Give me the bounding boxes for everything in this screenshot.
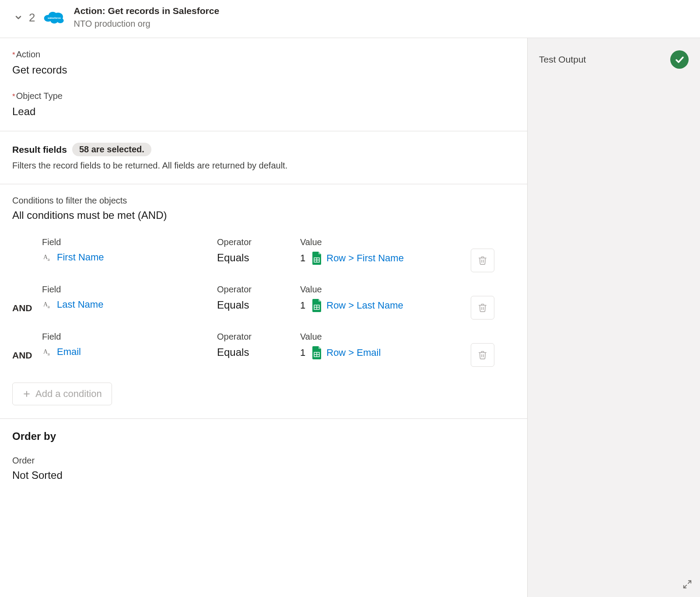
col-head-operator: Operator	[217, 237, 300, 247]
text-field-icon: Aa	[42, 299, 52, 310]
delete-condition-button[interactable]	[471, 296, 494, 320]
action-value[interactable]: Get records	[12, 64, 515, 76]
conditions-label: Conditions to filter the objects	[12, 196, 515, 206]
result-fields-section: Result fields 58 are selected. Filters t…	[0, 131, 527, 184]
delete-condition-button[interactable]	[471, 343, 494, 367]
test-output-title: Test Output	[539, 54, 586, 65]
order-label: Order	[12, 456, 515, 466]
condition-row: ANDFieldAaLast NameOperatorEqualsValue1R…	[12, 284, 515, 320]
order-value[interactable]: Not Sorted	[12, 469, 515, 481]
col-head-value: Value	[300, 332, 471, 342]
condition-join	[12, 249, 42, 261]
add-condition-button[interactable]: Add a condition	[12, 383, 112, 405]
svg-text:a: a	[48, 257, 50, 262]
condition-value[interactable]: 1Row > First Name	[300, 252, 471, 265]
test-success-icon	[670, 50, 689, 69]
condition-operator[interactable]: Equals	[217, 299, 300, 311]
text-field-icon: Aa	[42, 347, 52, 357]
add-condition-label: Add a condition	[35, 388, 102, 400]
step-number: 2	[29, 11, 35, 25]
svg-text:salesforce: salesforce	[48, 17, 62, 20]
value-index: 1	[300, 253, 305, 264]
result-fields-count-badge[interactable]: 58 are selected.	[72, 143, 151, 156]
svg-text:a: a	[48, 304, 50, 309]
step-subtitle: NTO production org	[74, 18, 219, 30]
condition-row: ANDFieldAaEmailOperatorEqualsValue1Row >…	[12, 332, 515, 367]
action-label: *Action	[12, 49, 515, 60]
svg-line-24	[684, 585, 686, 588]
test-output-panel: Test Output	[528, 38, 700, 597]
condition-join: AND	[12, 291, 42, 313]
condition-field[interactable]: AaEmail	[42, 346, 217, 358]
condition-value[interactable]: 1Row > Email	[300, 346, 471, 359]
condition-field[interactable]: AaFirst Name	[42, 252, 217, 263]
order-by-section: Order by Order Not Sorted	[0, 418, 527, 495]
condition-field-text: Last Name	[57, 299, 103, 310]
action-section: *Action Get records *Object Type Lead	[0, 38, 527, 131]
col-head-value: Value	[300, 237, 471, 247]
result-fields-desc: Filters the record fields to be returned…	[12, 161, 515, 171]
condition-field[interactable]: AaLast Name	[42, 299, 217, 310]
col-head-operator: Operator	[217, 332, 300, 342]
result-fields-title: Result fields	[12, 144, 67, 155]
condition-value[interactable]: 1Row > Last Name	[300, 299, 471, 312]
col-head-field: Field	[42, 284, 217, 295]
condition-row: FieldAaFirst NameOperatorEqualsValue1Row…	[12, 237, 515, 272]
delete-condition-button[interactable]	[471, 249, 494, 272]
value-index: 1	[300, 347, 305, 358]
order-by-title: Order by	[12, 430, 515, 442]
svg-line-23	[688, 581, 691, 583]
google-sheets-icon	[312, 299, 322, 312]
svg-text:a: a	[48, 351, 50, 356]
condition-operator[interactable]: Equals	[217, 252, 300, 264]
col-head-operator: Operator	[217, 284, 300, 295]
salesforce-logo-icon: salesforce	[43, 10, 66, 25]
collapse-chevron-icon[interactable]	[12, 11, 24, 24]
expand-panel-icon[interactable]	[682, 579, 694, 591]
col-head-field: Field	[42, 332, 217, 342]
google-sheets-icon	[312, 346, 322, 359]
condition-field-text: First Name	[57, 252, 104, 263]
condition-value-text: Row > First Name	[326, 253, 404, 264]
object-type-value[interactable]: Lead	[12, 105, 515, 118]
condition-operator[interactable]: Equals	[217, 346, 300, 358]
condition-field-text: Email	[57, 346, 81, 358]
text-field-icon: Aa	[42, 252, 52, 263]
step-header: 2 salesforce Action: Get records in Sale…	[0, 0, 700, 38]
google-sheets-icon	[312, 252, 322, 265]
value-index: 1	[300, 300, 305, 311]
condition-value-text: Row > Email	[326, 347, 381, 358]
conditions-section: Conditions to filter the objects All con…	[0, 184, 527, 418]
col-head-value: Value	[300, 284, 471, 295]
step-title: Action: Get records in Salesforce	[74, 5, 219, 17]
object-type-label: *Object Type	[12, 91, 515, 101]
condition-join: AND	[12, 338, 42, 361]
col-head-field: Field	[42, 237, 217, 247]
conditions-mode[interactable]: All conditions must be met (AND)	[12, 209, 515, 221]
condition-value-text: Row > Last Name	[326, 300, 403, 311]
